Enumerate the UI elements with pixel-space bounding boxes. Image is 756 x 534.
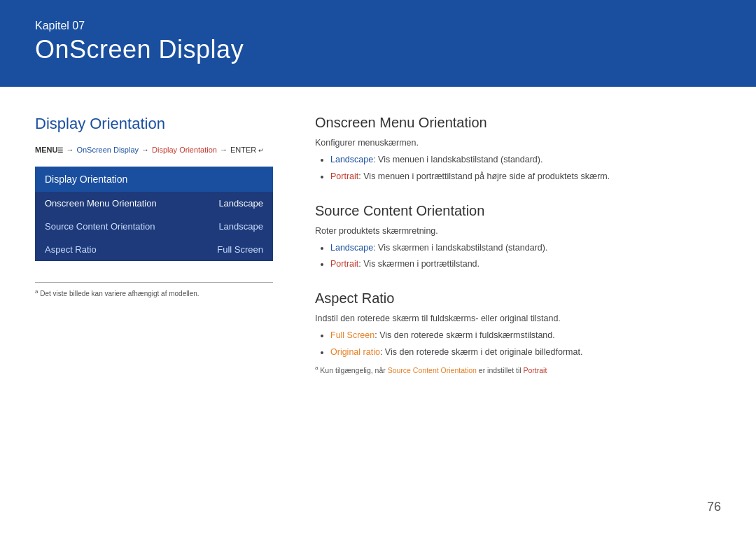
menu-row-1-label: Onscreen Menu Orientation bbox=[35, 192, 194, 215]
breadcrumb-link-orientation: Display Orientation bbox=[152, 146, 217, 154]
link-portrait-ref: Portrait bbox=[523, 365, 547, 374]
section-aspect-ratio: Aspect Ratio Indstil den roterede skærm … bbox=[315, 290, 721, 374]
link-landscape-2: Landscape bbox=[330, 243, 373, 253]
menu-table: Display Orientation Onscreen Menu Orient… bbox=[35, 167, 273, 261]
aspect-footnote-symbol: a bbox=[315, 365, 318, 371]
link-fullscreen: Full Screen bbox=[330, 330, 374, 340]
menu-row-3[interactable]: Aspect Ratio Full Screen bbox=[35, 238, 273, 261]
menu-row-1[interactable]: Onscreen Menu Orientation Landscape bbox=[35, 192, 273, 215]
bullet-portrait-2: Portrait: Vis skærmen i portrættilstand. bbox=[330, 258, 721, 271]
section-aspect-title: Aspect Ratio bbox=[315, 290, 721, 307]
menu-table-header: Display Orientation bbox=[35, 167, 273, 192]
section-source-desc: Roter produktets skærmretning. bbox=[315, 226, 721, 236]
breadcrumb-arrow-3: → bbox=[220, 146, 227, 154]
chapter-label: Kapitel 07 bbox=[35, 20, 721, 32]
link-portrait-2: Portrait bbox=[330, 259, 358, 269]
chapter-title: OnScreen Display bbox=[35, 35, 721, 64]
breadcrumb: MENU☰ → OnScreen Display → Display Orien… bbox=[35, 146, 273, 154]
menu-row-1-value: Landscape bbox=[194, 192, 273, 215]
bullet-landscape-1: Landscape: Vis menuen i landskabstilstan… bbox=[330, 153, 721, 167]
section-onscreen-menu: Onscreen Menu Orientation Konfigurer men… bbox=[315, 115, 721, 183]
bullet-portrait-1: Portrait: Vis menuen i portrættilstand p… bbox=[330, 170, 721, 183]
menu-row-2-label: Source Content Orientation bbox=[35, 215, 194, 238]
section-source-content: Source Content Orientation Roter produkt… bbox=[315, 203, 721, 272]
page-content: Display Orientation MENU☰ → OnScreen Dis… bbox=[0, 87, 756, 421]
breadcrumb-enter: ENTER ↵ bbox=[230, 146, 264, 154]
section-onscreen-bullets: Landscape: Vis menuen i landskabstilstan… bbox=[315, 153, 721, 183]
menu-row-3-label: Aspect Ratio bbox=[35, 238, 194, 261]
section-aspect-bullets: Full Screen: Vis den roterede skærm i fu… bbox=[315, 329, 721, 359]
section-source-bullets: Landscape: Vis skærmen i landskabstilsta… bbox=[315, 241, 721, 272]
left-column: Display Orientation MENU☰ → OnScreen Dis… bbox=[35, 115, 273, 393]
menu-row-3-value: Full Screen bbox=[194, 238, 273, 261]
section-aspect-desc: Indstil den roterede skærm til fuldskærm… bbox=[315, 314, 721, 323]
footnote-text: Det viste billede kan variere afhængigt … bbox=[40, 290, 199, 297]
menu-row-2-value: Landscape bbox=[194, 215, 273, 238]
page-number: 76 bbox=[707, 500, 721, 514]
left-section-title: Display Orientation bbox=[35, 115, 273, 133]
breadcrumb-menu: MENU☰ bbox=[35, 146, 63, 154]
aspect-footnote: a Kun tilgængelig, når Source Content Or… bbox=[315, 365, 721, 374]
link-landscape-1: Landscape bbox=[330, 155, 373, 164]
section-source-title: Source Content Orientation bbox=[315, 203, 721, 219]
breadcrumb-link-onscreen: OnScreen Display bbox=[76, 146, 139, 154]
link-source-content-ref: Source Content Orientation bbox=[388, 365, 477, 374]
right-column: Onscreen Menu Orientation Konfigurer men… bbox=[315, 115, 721, 393]
bullet-fullscreen: Full Screen: Vis den roterede skærm i fu… bbox=[330, 329, 721, 342]
link-portrait-1: Portrait bbox=[330, 171, 358, 181]
breadcrumb-arrow-1: → bbox=[66, 146, 74, 154]
page-header: Kapitel 07 OnScreen Display bbox=[0, 0, 756, 87]
footnote-symbol: a bbox=[35, 288, 38, 295]
menu-row-2[interactable]: Source Content Orientation Landscape bbox=[35, 215, 273, 238]
section-onscreen-desc: Konfigurer menuskærmen. bbox=[315, 138, 721, 148]
bullet-landscape-2: Landscape: Vis skærmen i landskabstilsta… bbox=[330, 241, 721, 255]
left-footnote: a Det viste billede kan variere afhængig… bbox=[35, 282, 273, 297]
section-onscreen-title: Onscreen Menu Orientation bbox=[315, 115, 721, 131]
breadcrumb-arrow-2: → bbox=[141, 146, 149, 154]
link-original: Original ratio bbox=[330, 347, 380, 357]
menu-table-header-label: Display Orientation bbox=[35, 167, 273, 192]
bullet-original: Original ratio: Vis den roterede skærm i… bbox=[330, 346, 721, 359]
